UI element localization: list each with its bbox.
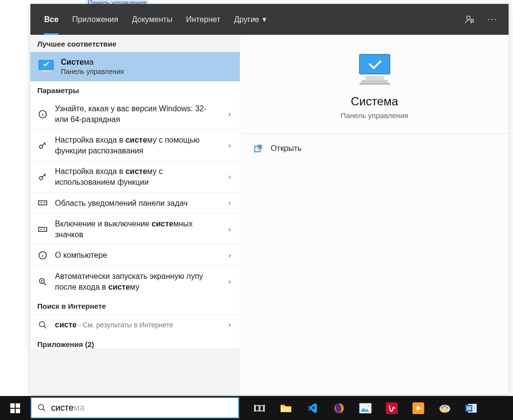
search-input[interactable] [51, 403, 165, 413]
svg-point-31 [441, 407, 443, 409]
web-search-result[interactable]: систе - См. результаты в Интернете › [30, 314, 240, 335]
key-icon [37, 141, 48, 150]
settings-result[interactable]: Настройка входа в систему с использовани… [30, 161, 240, 192]
svg-rect-14 [361, 80, 388, 83]
settings-result[interactable]: Настройка входа в систему с помощью функ… [30, 129, 240, 161]
svg-rect-19 [10, 409, 15, 413]
best-match-item[interactable]: Система Панель управления [30, 52, 240, 81]
search-icon [37, 321, 48, 329]
svg-rect-17 [10, 403, 15, 408]
svg-point-32 [444, 405, 446, 407]
tab-docs[interactable]: Документы [125, 4, 179, 35]
svg-point-5 [39, 145, 43, 148]
firefox-icon[interactable] [326, 396, 352, 420]
chevron-right-icon: › [227, 251, 233, 260]
search-icon [37, 403, 46, 412]
svg-rect-22 [256, 405, 259, 411]
best-match-text: Система Панель управления [61, 58, 124, 75]
image-viewer-icon[interactable] [352, 396, 379, 420]
svg-point-33 [446, 407, 448, 409]
chevron-right-icon: › [227, 173, 233, 181]
open-icon [253, 144, 263, 153]
monitor-icon [37, 60, 55, 74]
key-icon [37, 172, 48, 182]
vscode-icon[interactable] [299, 396, 326, 420]
svg-point-0 [467, 16, 470, 19]
preview-open-action[interactable]: Открыть [240, 134, 509, 163]
preview-monitor-icon [250, 52, 499, 88]
result-text: Узнайте, какая у вас версия Windows: 32-… [55, 103, 220, 124]
web-result-query: систе [55, 321, 77, 329]
preview-open-label: Открыть [271, 144, 302, 153]
settings-result[interactable]: Автоматически запускать экранную лупу по… [30, 266, 240, 297]
file-explorer-icon[interactable] [273, 396, 299, 420]
result-text: Автоматически запускать экранную лупу по… [55, 271, 220, 292]
search-tabs: Все Приложения Документы Интернет Другие… [30, 4, 509, 35]
web-result-suffix: - См. результаты в Интернете [77, 321, 173, 329]
best-match-title-rest: ма [84, 58, 94, 66]
section-apps-count: Приложения (2) [30, 335, 240, 348]
chevron-right-icon: › [227, 141, 233, 150]
svg-rect-13 [365, 76, 384, 80]
svg-point-11 [39, 321, 45, 327]
chevron-down-icon: ▾ [262, 4, 266, 35]
word-icon[interactable]: W [458, 396, 485, 420]
svg-point-27 [367, 405, 369, 407]
settings-result[interactable]: О компьютере› [30, 245, 240, 266]
info-icon [37, 109, 48, 119]
svg-rect-7 [39, 201, 47, 205]
more-icon[interactable]: ··· [483, 14, 502, 25]
result-text: Настройка входа в систему с использовани… [55, 166, 220, 187]
feedback-icon[interactable] [464, 14, 483, 25]
svg-rect-23 [260, 405, 263, 411]
settings-result[interactable]: Область уведомлений панели задач› [30, 193, 240, 214]
preview-header: Система Панель управления [240, 35, 509, 134]
results-left-pane: Лучшее соответствие Система Панель управ… [30, 35, 240, 395]
tab-apps[interactable]: Приложения [65, 4, 125, 35]
tab-other[interactable]: Другие ▾ [227, 4, 273, 35]
svg-rect-3 [40, 72, 52, 73]
taskbar: система систе W [0, 396, 513, 420]
tab-all[interactable]: Все [37, 4, 65, 35]
result-text: Область уведомлений панели задач [55, 198, 220, 209]
svg-rect-8 [39, 227, 47, 231]
preview-title: Система [250, 95, 499, 108]
svg-text:W: W [466, 406, 471, 411]
svg-rect-2 [42, 71, 51, 72]
svg-point-21 [38, 404, 44, 410]
start-button[interactable] [0, 396, 30, 420]
best-match-subtitle: Панель управления [61, 68, 124, 75]
result-text: О компьютере [55, 250, 220, 261]
zoom-icon [37, 277, 48, 287]
adobe-reader-icon[interactable] [379, 396, 405, 420]
section-settings: Параметры [30, 81, 240, 99]
task-view-button[interactable] [246, 396, 273, 420]
web-result-text: систе - См. результаты в Интернете [55, 320, 220, 330]
svg-point-6 [39, 176, 43, 180]
tray-icon [37, 199, 48, 206]
result-text: Настройка входа в систему с помощью функ… [55, 135, 220, 156]
paint-icon[interactable] [432, 396, 458, 420]
preview-pane: Система Панель управления Открыть [240, 35, 509, 395]
tab-web[interactable]: Интернет [179, 4, 227, 35]
svg-rect-24 [281, 407, 291, 412]
result-text: Включение и выключение системных значков [55, 219, 220, 240]
settings-result[interactable]: Включение и выключение системных значков… [30, 213, 240, 245]
tab-other-label: Другие [234, 4, 259, 35]
section-web-search: Поиск в Интернете [30, 297, 240, 314]
chevron-right-icon: › [227, 277, 233, 286]
preview-subtitle: Панель управления [250, 111, 499, 120]
chevron-right-icon: › [227, 321, 233, 329]
svg-rect-15 [359, 83, 390, 85]
svg-rect-12 [359, 54, 390, 74]
svg-rect-28 [386, 402, 398, 414]
taskbar-icons: W [246, 396, 485, 420]
best-match-title-bold: Систе [61, 58, 84, 66]
chevron-right-icon: › [227, 198, 233, 207]
info-icon [37, 250, 48, 260]
tray-icon [37, 226, 48, 233]
media-player-icon[interactable] [405, 396, 432, 420]
settings-result[interactable]: Узнайте, какая у вас версия Windows: 32-… [30, 99, 240, 129]
taskbar-search-box[interactable]: система систе [30, 397, 239, 419]
chevron-right-icon: › [227, 225, 233, 234]
